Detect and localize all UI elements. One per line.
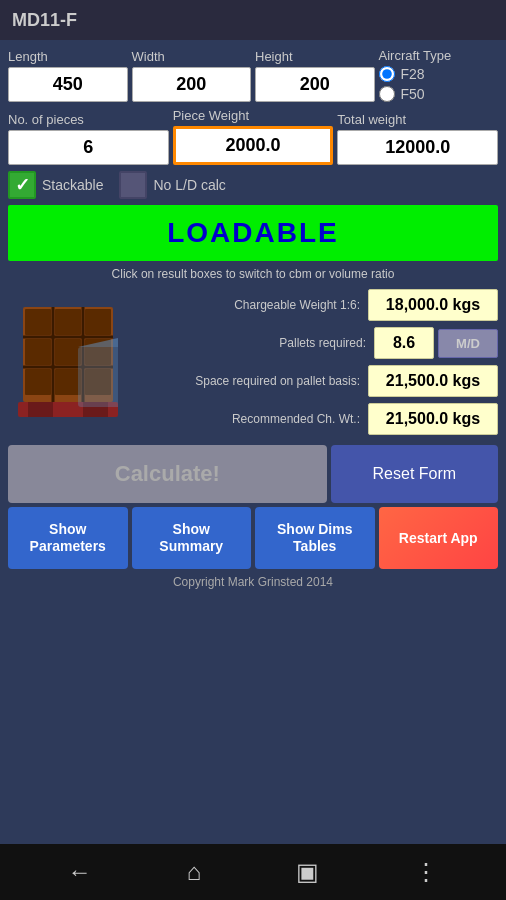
- nav-bar: ← ⌂ ▣ ⋮: [0, 844, 506, 900]
- recommended-value[interactable]: 21,500.0 kgs: [368, 403, 498, 435]
- action-buttons-row: ShowParameters ShowSummary Show DimsTabl…: [8, 507, 498, 569]
- recommended-row: Recommended Ch. Wt.: 21,500.0 kgs: [136, 403, 498, 435]
- cargo-pallet-icon: [18, 302, 118, 422]
- length-label: Length: [8, 49, 48, 64]
- svg-rect-8: [25, 339, 51, 365]
- nold-checkbox[interactable]: [119, 171, 147, 199]
- app-title: MD11-F: [12, 10, 77, 31]
- results-table: Chargeable Weight 1:6: 18,000.0 kgs Pall…: [136, 289, 498, 435]
- space-required-row: Space required on pallet basis: 21,500.0…: [136, 365, 498, 397]
- svg-rect-7: [85, 309, 111, 335]
- stackable-row: ✓ Stackable No L/D calc: [8, 171, 498, 199]
- stackable-group[interactable]: ✓ Stackable: [8, 171, 103, 199]
- aircraft-options: F28 F50: [379, 66, 499, 102]
- svg-rect-12: [55, 369, 81, 395]
- chargeable-weight-value[interactable]: 18,000.0 kgs: [368, 289, 498, 321]
- nold-group[interactable]: No L/D calc: [119, 171, 225, 199]
- dimensions-row: Length Width Height Aircraft Type F28 F5…: [8, 48, 498, 102]
- pallets-required-value[interactable]: 8.6: [374, 327, 434, 359]
- height-label: Height: [255, 49, 293, 64]
- aircraft-name-f50: F50: [401, 86, 425, 102]
- recents-icon[interactable]: ▣: [296, 858, 319, 886]
- calculate-reset-row: Calculate! Reset Form: [8, 445, 498, 503]
- loadable-text: LOADABLE: [167, 217, 339, 248]
- piece-weight-input[interactable]: [173, 126, 334, 165]
- hint-text: Click on result boxes to switch to cbm o…: [8, 267, 498, 281]
- width-label: Width: [132, 49, 165, 64]
- stackable-label: Stackable: [42, 177, 103, 193]
- pieces-row: No. of pieces Piece Weight Total weight: [8, 108, 498, 165]
- show-summary-button[interactable]: ShowSummary: [132, 507, 252, 569]
- aircraft-type-label: Aircraft Type: [379, 48, 452, 63]
- more-icon[interactable]: ⋮: [414, 858, 438, 886]
- piece-weight-group: Piece Weight: [173, 108, 334, 165]
- total-weight-label: Total weight: [337, 112, 406, 127]
- show-summary-label: ShowSummary: [159, 521, 223, 554]
- show-dims-tables-label: Show DimsTables: [277, 521, 352, 554]
- width-group: Width: [132, 49, 252, 102]
- chargeable-weight-label: Chargeable Weight 1:6:: [136, 298, 364, 312]
- total-weight-input[interactable]: [337, 130, 498, 165]
- space-required-label: Space required on pallet basis:: [136, 374, 364, 388]
- svg-rect-15: [28, 402, 53, 417]
- show-parameters-button[interactable]: ShowParameters: [8, 507, 128, 569]
- restart-app-button[interactable]: Restart App: [379, 507, 499, 569]
- pallets-required-row: Pallets required: 8.6 M/D: [136, 327, 498, 359]
- show-dims-tables-button[interactable]: Show DimsTables: [255, 507, 375, 569]
- aircraft-type-group: Aircraft Type F28 F50: [379, 48, 499, 102]
- aircraft-option-f28[interactable]: F28: [379, 66, 499, 82]
- total-weight-group: Total weight: [337, 112, 498, 165]
- length-input[interactable]: [8, 67, 128, 102]
- reset-form-button[interactable]: Reset Form: [331, 445, 498, 503]
- loadable-banner: LOADABLE: [8, 205, 498, 261]
- svg-rect-6: [55, 309, 81, 335]
- width-input[interactable]: [132, 67, 252, 102]
- stackable-checkbox[interactable]: ✓: [8, 171, 36, 199]
- length-group: Length: [8, 49, 128, 102]
- show-parameters-label: ShowParameters: [30, 521, 106, 554]
- md-button[interactable]: M/D: [438, 329, 498, 358]
- title-bar: MD11-F: [0, 0, 506, 40]
- home-icon[interactable]: ⌂: [187, 858, 202, 886]
- no-pieces-input[interactable]: [8, 130, 169, 165]
- copyright: Copyright Mark Grinsted 2014: [8, 569, 498, 595]
- aircraft-option-f50[interactable]: F50: [379, 86, 499, 102]
- no-pieces-group: No. of pieces: [8, 112, 169, 165]
- cargo-icon-area: [8, 289, 128, 435]
- svg-rect-11: [25, 369, 51, 395]
- aircraft-radio-f50[interactable]: [379, 86, 395, 102]
- aircraft-radio-f28[interactable]: [379, 66, 395, 82]
- height-input[interactable]: [255, 67, 375, 102]
- pallets-required-label: Pallets required:: [136, 336, 370, 350]
- recommended-label: Recommended Ch. Wt.:: [136, 412, 364, 426]
- svg-rect-5: [25, 309, 51, 335]
- no-pieces-label: No. of pieces: [8, 112, 84, 127]
- chargeable-weight-row: Chargeable Weight 1:6: 18,000.0 kgs: [136, 289, 498, 321]
- height-group: Height: [255, 49, 375, 102]
- piece-weight-label: Piece Weight: [173, 108, 249, 123]
- results-section: Chargeable Weight 1:6: 18,000.0 kgs Pall…: [8, 289, 498, 435]
- calculate-button[interactable]: Calculate!: [8, 445, 327, 503]
- svg-rect-9: [55, 339, 81, 365]
- checkmark-icon: ✓: [15, 174, 30, 196]
- nold-label: No L/D calc: [153, 177, 225, 193]
- space-required-value[interactable]: 21,500.0 kgs: [368, 365, 498, 397]
- aircraft-name-f28: F28: [401, 66, 425, 82]
- back-icon[interactable]: ←: [68, 858, 92, 886]
- svg-rect-17: [78, 347, 118, 407]
